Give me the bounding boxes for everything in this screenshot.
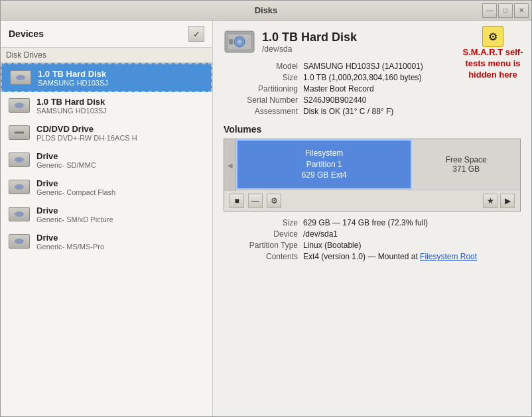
disk-path: /dev/sda [262, 44, 357, 54]
size-label: Size [224, 73, 303, 82]
main-content: Devices ✓ Disk Drives 1.0 TB Hard Disk S… [1, 21, 531, 416]
hdd-icon [7, 205, 31, 223]
disk-title: 1.0 TB Hard Disk [262, 30, 357, 44]
device-info: Drive Generic- Compact Flash [36, 178, 115, 196]
device-sub: Generic- MS/MS-Pro [36, 243, 104, 251]
device-item[interactable]: 1.0 TB Hard Disk SAMSUNG HD103SJ [1, 92, 212, 119]
assessment-value: Disk is OK (31° C / 88° F) [303, 107, 441, 116]
star-icon: ★ [487, 196, 494, 206]
partition-label: Filesystem Partition 1 629 GB Ext4 [302, 148, 347, 181]
device-info: Drive Generic- MS/MS-Pro [36, 233, 104, 251]
model-value: SAMSUNG HD103SJ (1AJ10001) [303, 62, 441, 71]
arrow-button[interactable]: ▶ [500, 194, 515, 208]
filesystem-root-link[interactable]: Filesystem Root [420, 252, 477, 261]
device-name: 1.0 TB Hard Disk [36, 97, 107, 107]
pd-size-value: 629 GB — 174 GB free (72.3% full) [303, 218, 521, 227]
partitioning-label: Partitioning [224, 84, 303, 93]
device-info: Drive Generic- SM/xD Picture [36, 206, 113, 223]
smart-annotation-text: S.M.A.R.T self-tests menu is hidden here [460, 47, 526, 81]
device-name: Drive [36, 206, 113, 215]
minus-icon: — [251, 196, 259, 206]
serial-label: Serial Number [224, 95, 303, 105]
main-window: Disks — □ ✕ Devices ✓ Disk Drives [0, 0, 532, 417]
volumes-container: ◀ Filesystem Partition 1 629 GB Ext4 Fre… [224, 139, 521, 211]
pd-contents-value: Ext4 (version 1.0) — Mounted at Filesyst… [303, 252, 521, 261]
checkmark-icon: ✓ [193, 29, 200, 39]
device-sub: Generic- SD/MMC [36, 161, 96, 169]
device-info: 1.0 TB Hard Disk SAMSUNG HD103SJ [36, 97, 107, 115]
cdrom-body-graphic [9, 125, 30, 140]
device-item[interactable]: Drive Generic- SM/xD Picture [1, 201, 212, 228]
disk-svg-icon [224, 29, 255, 55]
panel-title: Devices [9, 29, 44, 39]
partition-details: Size 629 GB — 174 GB free (72.3% full) D… [224, 218, 521, 261]
partition-label-line3: 629 GB Ext4 [302, 170, 347, 181]
device-sub: SAMSUNG HD103SJ [38, 79, 108, 87]
pd-size-label: Size [224, 218, 303, 227]
hdd-body-graphic [9, 234, 30, 249]
disk-drives-label: Disk Drives [1, 48, 212, 63]
arrow-icon: ▶ [505, 196, 511, 206]
free-space-label1: Free Space [446, 155, 487, 164]
hdd-icon [7, 178, 31, 196]
pd-contents-label: Contents [224, 252, 303, 261]
size-value: 1.0 TB (1,000,203,804,160 bytes) [303, 73, 441, 82]
gear-button[interactable]: ⚙ [482, 26, 503, 47]
hdd-body-graphic [10, 70, 31, 85]
star-button[interactable]: ★ [483, 194, 498, 208]
right-panel: ⚙ S.M.A.R.T self-tests menu is hidden he… [213, 21, 531, 416]
partitioning-value: Master Boot Record [303, 84, 441, 93]
minimize-button[interactable]: — [482, 3, 497, 18]
device-item[interactable]: CD/DVD Drive PLDS DVD+-RW DH-16ACS H [1, 119, 212, 147]
pd-contents-prefix: Ext4 (version 1.0) — Mounted at [303, 252, 420, 261]
pd-device-label: Device [224, 229, 303, 239]
device-item[interactable]: Drive Generic- MS/MS-Pro [1, 228, 212, 255]
stop-button[interactable]: ■ [230, 194, 244, 208]
pd-partition-type-value: Linux (Bootable) [303, 241, 521, 250]
device-item[interactable]: Drive Generic- Compact Flash [1, 174, 212, 201]
close-button[interactable]: ✕ [514, 3, 529, 18]
volumes-bar: Filesystem Partition 1 629 GB Ext4 Free … [236, 139, 520, 190]
device-list: 1.0 TB Hard Disk SAMSUNG HD103SJ 1.0 TB … [1, 63, 212, 416]
device-sub: Generic- SM/xD Picture [36, 215, 113, 223]
device-info: CD/DVD Drive PLDS DVD+-RW DH-16ACS H [36, 124, 137, 142]
close-icon: ✕ [519, 7, 524, 14]
minus-button[interactable]: — [248, 194, 263, 208]
svg-rect-4 [229, 39, 233, 44]
hdd-body-graphic [9, 152, 30, 167]
window-controls: — □ ✕ [482, 3, 529, 18]
device-name: Drive [36, 151, 96, 161]
device-info: 1.0 TB Hard Disk SAMSUNG HD103SJ [38, 69, 108, 87]
device-name: 1.0 TB Hard Disk [38, 69, 108, 79]
cdrom-icon [7, 123, 31, 142]
model-label: Model [224, 62, 303, 71]
disk-header: 1.0 TB Hard Disk /dev/sda [224, 29, 441, 55]
device-item[interactable]: Drive Generic- SD/MMC [1, 147, 212, 174]
device-name: CD/DVD Drive [36, 124, 137, 134]
checkmark-button[interactable]: ✓ [188, 26, 204, 42]
hdd-body-graphic [9, 180, 30, 194]
hdd-body-graphic [9, 207, 30, 221]
window-title: Disks [255, 5, 278, 15]
gear-annotation: ⚙ S.M.A.R.T self-tests menu is hidden he… [460, 26, 526, 81]
settings-button[interactable]: ⚙ [267, 194, 281, 208]
resize-handle[interactable]: ◀ [224, 139, 236, 191]
device-name: Drive [36, 233, 104, 243]
device-item[interactable]: 1.0 TB Hard Disk SAMSUNG HD103SJ [1, 63, 212, 92]
device-sub: SAMSUNG HD103SJ [36, 107, 107, 115]
partition-label-line1: Filesystem [302, 148, 347, 159]
free-space-label2: 371 GB [452, 164, 480, 174]
partition-block[interactable]: Filesystem Partition 1 629 GB Ext4 [236, 139, 412, 190]
svg-point-3 [237, 40, 241, 44]
device-name: Drive [36, 178, 115, 188]
device-info: Drive Generic- SD/MMC [36, 151, 96, 169]
assessment-label: Assessment [224, 107, 303, 116]
settings-icon: ⚙ [271, 196, 278, 206]
serial-value: S246J90B902440 [303, 95, 441, 105]
volumes-toolbar: ■ — ⚙ ★ ▶ [224, 190, 520, 211]
maximize-button[interactable]: □ [498, 3, 513, 18]
device-sub: Generic- Compact Flash [36, 188, 115, 196]
hdd-icon [7, 96, 31, 115]
stop-icon: ■ [234, 196, 239, 206]
free-space-block[interactable]: Free Space 371 GB [412, 139, 520, 190]
